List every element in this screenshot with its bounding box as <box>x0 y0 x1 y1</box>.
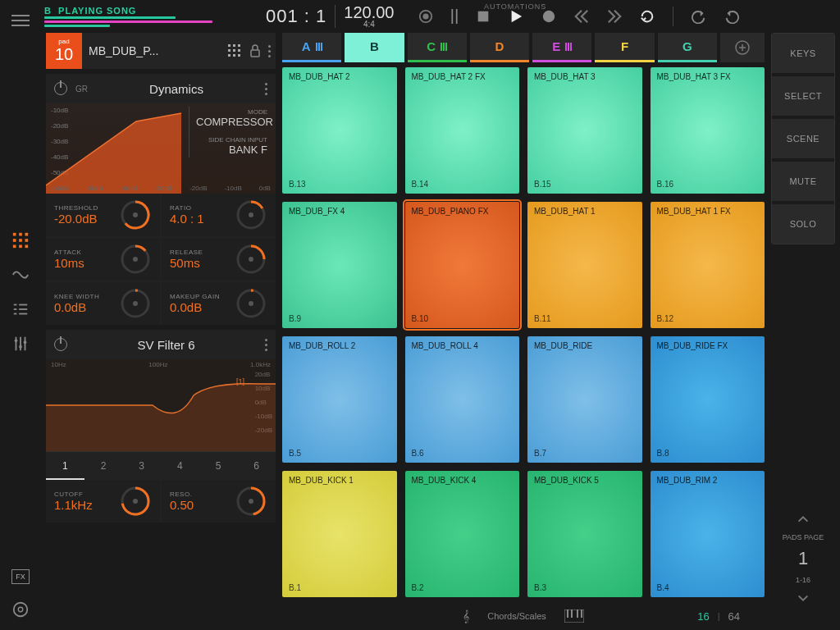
svg-point-42 <box>249 212 253 217</box>
undo-icon[interactable] <box>692 9 706 24</box>
release-knob[interactable]: RELEASE50ms <box>162 238 276 281</box>
chords-scales-button[interactable]: Chords/Scales <box>487 611 546 621</box>
pads-page-range: 1-16 <box>796 576 810 584</box>
bank-C[interactable]: C <box>408 33 467 62</box>
filter-tab-1[interactable]: 1 <box>46 452 84 480</box>
filter-tab-6[interactable]: 6 <box>237 452 276 480</box>
select-button[interactable]: SELECT <box>772 76 834 116</box>
piano-icon[interactable] <box>564 609 584 623</box>
list-icon[interactable] <box>11 300 30 318</box>
svg-point-19 <box>19 345 22 349</box>
lock-icon[interactable] <box>249 44 262 57</box>
grid-icon[interactable] <box>227 43 242 58</box>
grid-view-icon[interactable] <box>11 231 30 249</box>
more-icon[interactable] <box>268 45 271 57</box>
pad-B.12[interactable]: MB_DUB_HAT 1 FXB.12 <box>651 202 765 328</box>
stop-icon[interactable] <box>476 9 491 24</box>
threshold-knob[interactable]: THRESHOLD-20.0dB <box>46 194 160 236</box>
cutoff-knob[interactable]: CUTOFF1.1kHz <box>46 480 160 523</box>
bank-D[interactable]: D <box>470 33 529 62</box>
pads-page-number: 1 <box>798 548 808 569</box>
tempo-display[interactable]: 120.00 4:4 <box>344 4 394 29</box>
power-icon[interactable] <box>54 82 67 95</box>
circle-icon[interactable] <box>11 600 30 619</box>
wave-icon[interactable] <box>11 266 30 284</box>
auto-marker-icon[interactable] <box>451 9 458 24</box>
mode-value: COMPRESSOR <box>196 116 267 128</box>
chevron-up-icon[interactable] <box>796 512 810 527</box>
pad-B.7[interactable]: MB_DUB_RIDEB.7 <box>527 336 642 463</box>
pad-B.13[interactable]: MB_DUB_HAT 2B.13 <box>282 67 397 194</box>
makeup-knob[interactable]: MAKEUP GAIN0.0dB <box>162 282 276 325</box>
loop-icon[interactable] <box>640 9 655 24</box>
pad-B.4[interactable]: MB_DUB_RIM 2B.4 <box>651 471 765 597</box>
ratio-knob[interactable]: RATIO4.0 : 1 <box>162 194 276 236</box>
bank-B[interactable]: B <box>345 33 404 62</box>
sliders-icon[interactable] <box>11 335 30 353</box>
active-count[interactable]: 16 <box>697 610 709 623</box>
bank-E[interactable]: E <box>532 33 591 62</box>
tuning-fork-icon[interactable]: 𝄞 <box>463 609 469 623</box>
bank-G[interactable]: G <box>658 33 717 62</box>
menu-icon[interactable] <box>11 15 30 26</box>
forward-icon[interactable] <box>607 9 622 24</box>
attack-knob[interactable]: ATTACK10ms <box>46 238 160 281</box>
rewind-icon[interactable] <box>574 9 589 24</box>
solo-button[interactable]: SOLO <box>772 204 834 244</box>
play-icon[interactable] <box>509 9 523 24</box>
pad-B.5[interactable]: MB_DUB_ROLL 2B.5 <box>282 336 397 463</box>
svg-rect-27 <box>478 11 489 22</box>
sidechain-label: SIDE CHAIN INPUT <box>196 136 267 144</box>
filter-tab-4[interactable]: 4 <box>161 452 199 480</box>
pad-B.2[interactable]: MB_DUB_KICK 4B.2 <box>405 471 520 597</box>
scene-button[interactable]: SCENE <box>772 119 834 158</box>
pad-B.14[interactable]: MB_DUB_HAT 2 FXB.14 <box>405 67 520 194</box>
filter-tab-5[interactable]: 5 <box>199 452 238 480</box>
svg-rect-37 <box>238 54 240 57</box>
dynamics-title: Dynamics <box>96 82 257 96</box>
metronome-icon[interactable] <box>418 9 433 24</box>
pad-B.15[interactable]: MB_DUB_HAT 3B.15 <box>527 67 642 194</box>
chevron-down-icon[interactable] <box>796 591 810 605</box>
pad-B.9[interactable]: MB_DUB_FX 4B.9 <box>282 202 397 328</box>
filter-section: SV Filter 6 10Hz100Hz1.0kHz 20dB10dB0dB-… <box>46 330 276 523</box>
svg-rect-4 <box>19 239 22 242</box>
filter-tab-2[interactable]: 2 <box>84 452 123 480</box>
svg-rect-10 <box>19 304 27 306</box>
pad-B.10[interactable]: MB_DUB_PIANO FXB.10 <box>405 202 520 328</box>
record-icon[interactable] <box>541 9 556 24</box>
svg-point-28 <box>543 11 555 22</box>
pad-B.8[interactable]: MB_DUB_RIDE FXB.8 <box>651 336 765 463</box>
filter-tab-3[interactable]: 3 <box>122 452 161 480</box>
pad-B.16[interactable]: MB_DUB_HAT 3 FXB.16 <box>651 67 765 194</box>
dynamics-graph[interactable]: -10dB-20dB-30dB-40dB-50dB MODE COMPRESSO… <box>46 103 276 194</box>
power-icon[interactable] <box>54 338 67 351</box>
more-icon[interactable] <box>265 83 267 95</box>
filter-graph[interactable]: 10Hz100Hz1.0kHz 20dB10dB0dB-10dB-20dB [1… <box>46 359 276 451</box>
svg-rect-25 <box>452 9 454 24</box>
pad-B.6[interactable]: MB_DUB_ROLL 4B.6 <box>405 336 520 463</box>
mute-button[interactable]: MUTE <box>772 162 834 201</box>
knee-knob[interactable]: KNEE WIDTH0.0dB <box>46 282 160 325</box>
pad-number-badge[interactable]: pad 10 <box>46 33 82 69</box>
pads-page-label: PADS PAGE <box>783 533 824 541</box>
total-count[interactable]: 64 <box>728 610 740 623</box>
pad-B.1[interactable]: MB_DUB_KICK 1B.1 <box>282 471 397 597</box>
fx-icon[interactable]: FX <box>11 569 30 584</box>
song-progress-bars <box>44 16 258 27</box>
svg-rect-16 <box>20 337 21 351</box>
redo-icon[interactable] <box>724 9 739 24</box>
more-icon[interactable] <box>265 339 267 351</box>
position-counter[interactable]: 001 : 1 <box>266 6 326 27</box>
reso-knob[interactable]: RESO.0.50 <box>162 480 276 523</box>
bank-A[interactable]: A <box>282 33 341 62</box>
bank-F[interactable]: F <box>595 33 654 62</box>
svg-point-44 <box>133 257 138 262</box>
keys-button[interactable]: KEYS <box>772 34 834 73</box>
svg-rect-36 <box>233 54 235 57</box>
pad-B.3[interactable]: MB_DUB_KICK 5B.3 <box>527 471 642 597</box>
svg-point-48 <box>133 301 138 306</box>
add-bank-button[interactable] <box>720 33 765 62</box>
svg-point-21 <box>14 603 28 617</box>
pad-B.11[interactable]: MB_DUB_HAT 1B.11 <box>527 202 642 328</box>
